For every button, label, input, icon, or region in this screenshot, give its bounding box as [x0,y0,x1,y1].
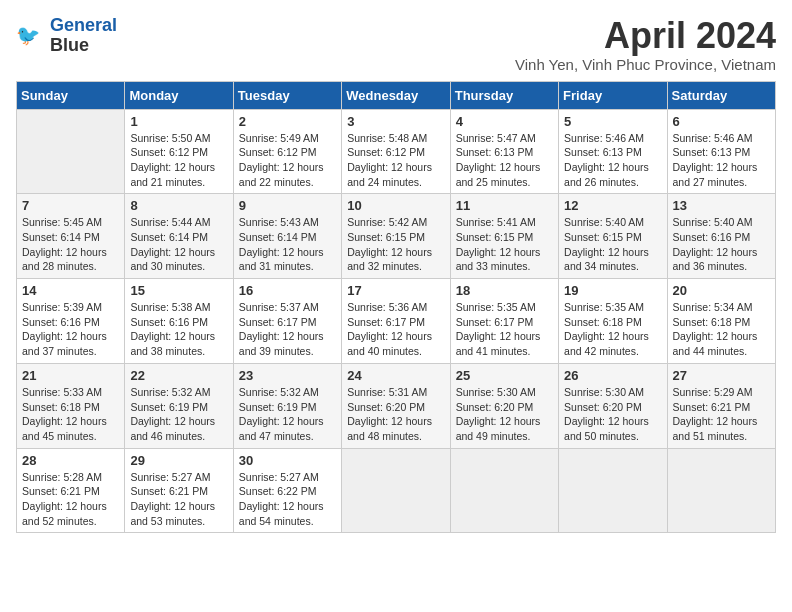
calendar-week-row: 7Sunrise: 5:45 AMSunset: 6:14 PMDaylight… [17,194,776,279]
day-number: 1 [130,114,227,129]
day-number: 21 [22,368,119,383]
day-info: Sunrise: 5:49 AMSunset: 6:12 PMDaylight:… [239,131,336,190]
day-number: 29 [130,453,227,468]
day-number: 4 [456,114,553,129]
calendar-day-cell: 24Sunrise: 5:31 AMSunset: 6:20 PMDayligh… [342,363,450,448]
weekday-header: Sunday [17,81,125,109]
day-number: 20 [673,283,770,298]
calendar-day-cell: 2Sunrise: 5:49 AMSunset: 6:12 PMDaylight… [233,109,341,194]
calendar-day-cell: 6Sunrise: 5:46 AMSunset: 6:13 PMDaylight… [667,109,775,194]
day-info: Sunrise: 5:42 AMSunset: 6:15 PMDaylight:… [347,215,444,274]
day-info: Sunrise: 5:30 AMSunset: 6:20 PMDaylight:… [564,385,661,444]
calendar-day-cell: 18Sunrise: 5:35 AMSunset: 6:17 PMDayligh… [450,279,558,364]
day-number: 5 [564,114,661,129]
day-number: 15 [130,283,227,298]
day-info: Sunrise: 5:43 AMSunset: 6:14 PMDaylight:… [239,215,336,274]
calendar-day-cell [667,448,775,533]
day-number: 9 [239,198,336,213]
weekday-header: Monday [125,81,233,109]
day-info: Sunrise: 5:40 AMSunset: 6:15 PMDaylight:… [564,215,661,274]
day-number: 13 [673,198,770,213]
calendar-day-cell: 21Sunrise: 5:33 AMSunset: 6:18 PMDayligh… [17,363,125,448]
calendar-week-row: 1Sunrise: 5:50 AMSunset: 6:12 PMDaylight… [17,109,776,194]
calendar-week-row: 28Sunrise: 5:28 AMSunset: 6:21 PMDayligh… [17,448,776,533]
day-number: 17 [347,283,444,298]
day-info: Sunrise: 5:31 AMSunset: 6:20 PMDaylight:… [347,385,444,444]
calendar-day-cell: 20Sunrise: 5:34 AMSunset: 6:18 PMDayligh… [667,279,775,364]
day-number: 25 [456,368,553,383]
calendar-day-cell: 10Sunrise: 5:42 AMSunset: 6:15 PMDayligh… [342,194,450,279]
calendar-day-cell: 23Sunrise: 5:32 AMSunset: 6:19 PMDayligh… [233,363,341,448]
day-info: Sunrise: 5:29 AMSunset: 6:21 PMDaylight:… [673,385,770,444]
calendar-day-cell [450,448,558,533]
logo-text: General Blue [50,16,117,56]
calendar-day-cell: 14Sunrise: 5:39 AMSunset: 6:16 PMDayligh… [17,279,125,364]
day-info: Sunrise: 5:30 AMSunset: 6:20 PMDaylight:… [456,385,553,444]
day-info: Sunrise: 5:40 AMSunset: 6:16 PMDaylight:… [673,215,770,274]
day-number: 30 [239,453,336,468]
calendar-day-cell: 27Sunrise: 5:29 AMSunset: 6:21 PMDayligh… [667,363,775,448]
day-info: Sunrise: 5:32 AMSunset: 6:19 PMDaylight:… [239,385,336,444]
day-number: 10 [347,198,444,213]
calendar-day-cell [559,448,667,533]
day-number: 23 [239,368,336,383]
calendar-day-cell: 13Sunrise: 5:40 AMSunset: 6:16 PMDayligh… [667,194,775,279]
calendar-table: SundayMondayTuesdayWednesdayThursdayFrid… [16,81,776,534]
day-info: Sunrise: 5:46 AMSunset: 6:13 PMDaylight:… [673,131,770,190]
day-number: 27 [673,368,770,383]
logo-icon: 🐦 [16,21,46,51]
calendar-day-cell: 29Sunrise: 5:27 AMSunset: 6:21 PMDayligh… [125,448,233,533]
weekday-header: Wednesday [342,81,450,109]
day-info: Sunrise: 5:39 AMSunset: 6:16 PMDaylight:… [22,300,119,359]
day-info: Sunrise: 5:32 AMSunset: 6:19 PMDaylight:… [130,385,227,444]
svg-text:🐦: 🐦 [16,23,41,47]
day-info: Sunrise: 5:34 AMSunset: 6:18 PMDaylight:… [673,300,770,359]
calendar-day-cell: 8Sunrise: 5:44 AMSunset: 6:14 PMDaylight… [125,194,233,279]
logo: 🐦 General Blue [16,16,117,56]
day-info: Sunrise: 5:37 AMSunset: 6:17 PMDaylight:… [239,300,336,359]
calendar-day-cell: 5Sunrise: 5:46 AMSunset: 6:13 PMDaylight… [559,109,667,194]
day-number: 28 [22,453,119,468]
calendar-day-cell: 17Sunrise: 5:36 AMSunset: 6:17 PMDayligh… [342,279,450,364]
calendar-day-cell: 9Sunrise: 5:43 AMSunset: 6:14 PMDaylight… [233,194,341,279]
day-info: Sunrise: 5:38 AMSunset: 6:16 PMDaylight:… [130,300,227,359]
day-info: Sunrise: 5:46 AMSunset: 6:13 PMDaylight:… [564,131,661,190]
weekday-header: Tuesday [233,81,341,109]
calendar-day-cell: 28Sunrise: 5:28 AMSunset: 6:21 PMDayligh… [17,448,125,533]
calendar-day-cell: 25Sunrise: 5:30 AMSunset: 6:20 PMDayligh… [450,363,558,448]
day-number: 26 [564,368,661,383]
day-number: 6 [673,114,770,129]
day-info: Sunrise: 5:35 AMSunset: 6:18 PMDaylight:… [564,300,661,359]
calendar-day-cell [17,109,125,194]
calendar-day-cell: 19Sunrise: 5:35 AMSunset: 6:18 PMDayligh… [559,279,667,364]
day-info: Sunrise: 5:45 AMSunset: 6:14 PMDaylight:… [22,215,119,274]
title-block: April 2024 Vinh Yen, Vinh Phuc Province,… [515,16,776,73]
day-number: 3 [347,114,444,129]
day-number: 14 [22,283,119,298]
calendar-week-row: 21Sunrise: 5:33 AMSunset: 6:18 PMDayligh… [17,363,776,448]
day-info: Sunrise: 5:27 AMSunset: 6:22 PMDaylight:… [239,470,336,529]
day-number: 16 [239,283,336,298]
calendar-day-cell: 26Sunrise: 5:30 AMSunset: 6:20 PMDayligh… [559,363,667,448]
weekday-header: Friday [559,81,667,109]
day-info: Sunrise: 5:27 AMSunset: 6:21 PMDaylight:… [130,470,227,529]
calendar-day-cell: 4Sunrise: 5:47 AMSunset: 6:13 PMDaylight… [450,109,558,194]
calendar-day-cell: 12Sunrise: 5:40 AMSunset: 6:15 PMDayligh… [559,194,667,279]
weekday-header: Thursday [450,81,558,109]
day-number: 12 [564,198,661,213]
day-number: 11 [456,198,553,213]
day-number: 7 [22,198,119,213]
calendar-day-cell: 1Sunrise: 5:50 AMSunset: 6:12 PMDaylight… [125,109,233,194]
day-info: Sunrise: 5:28 AMSunset: 6:21 PMDaylight:… [22,470,119,529]
calendar-day-cell [342,448,450,533]
month-title: April 2024 [515,16,776,56]
page-header: 🐦 General Blue April 2024 Vinh Yen, Vinh… [16,16,776,73]
logo-line2: Blue [50,36,117,56]
calendar-day-cell: 3Sunrise: 5:48 AMSunset: 6:12 PMDaylight… [342,109,450,194]
day-info: Sunrise: 5:44 AMSunset: 6:14 PMDaylight:… [130,215,227,274]
calendar-week-row: 14Sunrise: 5:39 AMSunset: 6:16 PMDayligh… [17,279,776,364]
day-info: Sunrise: 5:47 AMSunset: 6:13 PMDaylight:… [456,131,553,190]
calendar-day-cell: 22Sunrise: 5:32 AMSunset: 6:19 PMDayligh… [125,363,233,448]
day-info: Sunrise: 5:35 AMSunset: 6:17 PMDaylight:… [456,300,553,359]
day-info: Sunrise: 5:33 AMSunset: 6:18 PMDaylight:… [22,385,119,444]
